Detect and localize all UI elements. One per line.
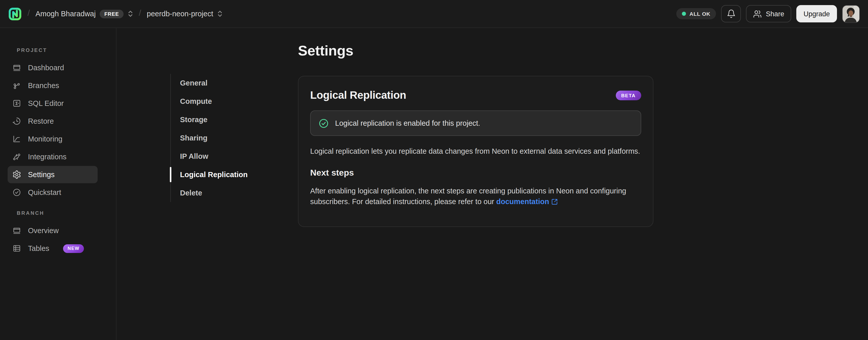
settings-nav-storage[interactable]: Storage xyxy=(171,110,278,129)
success-alert: Logical replication is enabled for this … xyxy=(310,110,641,136)
sidebar-item-label: Tables xyxy=(28,244,49,252)
neon-logo-icon[interactable] xyxy=(8,7,22,21)
sidebar-item-overview[interactable]: Overview xyxy=(8,222,98,239)
sidebar-item-quickstart[interactable]: Quickstart xyxy=(8,184,98,201)
users-icon xyxy=(753,9,762,18)
card-description: Logical replication lets you replicate d… xyxy=(310,146,641,157)
upgrade-button[interactable]: Upgrade xyxy=(796,5,837,22)
status-badge[interactable]: ALL OK xyxy=(676,8,716,19)
page-title: Settings xyxy=(298,43,674,59)
settings-nav-sharing[interactable]: Sharing xyxy=(171,129,278,147)
sidebar-item-label: Settings xyxy=(28,171,55,179)
sidebar-item-settings[interactable]: Settings xyxy=(8,166,98,183)
overview-icon xyxy=(12,226,21,235)
check-circle-icon xyxy=(12,188,21,197)
status-ok-dot xyxy=(682,12,686,16)
logical-replication-card: Logical Replication BETA Logical replica… xyxy=(298,76,653,227)
top-bar: / Amogh Bharadwaj FREE / peerdb-neon-pro… xyxy=(0,0,868,28)
sidebar-item-sql-editor[interactable]: SQL Editor xyxy=(8,95,98,112)
main-content: Settings Logical Replication BETA Logica… xyxy=(298,28,674,227)
project-selector[interactable]: peerdb-neon-project xyxy=(147,10,223,18)
settings-nav-delete[interactable]: Delete xyxy=(171,184,278,202)
new-badge: NEW xyxy=(63,244,84,253)
card-header: Logical Replication BETA xyxy=(310,88,641,102)
sidebar-item-restore[interactable]: Restore xyxy=(8,112,98,130)
next-steps-title: Next steps xyxy=(310,168,641,178)
history-icon xyxy=(12,117,21,126)
beta-badge: BETA xyxy=(616,90,641,100)
sidebar-item-label: Overview xyxy=(28,226,59,235)
org-name: Amogh Bharadwaj xyxy=(35,10,96,18)
sidebar-item-integrations[interactable]: Integrations xyxy=(8,148,98,165)
chart-icon xyxy=(12,134,21,144)
sidebar-item-monitoring[interactable]: Monitoring xyxy=(8,130,98,148)
gear-icon xyxy=(12,170,21,179)
settings-nav-logical-replication[interactable]: Logical Replication xyxy=(171,165,278,184)
breadcrumb: / Amogh Bharadwaj FREE / peerdb-neon-pro… xyxy=(8,7,223,21)
sidebar-item-label: SQL Editor xyxy=(28,99,64,107)
table-icon xyxy=(12,244,21,253)
settings-nav-general[interactable]: General xyxy=(171,74,278,92)
org-selector[interactable]: Amogh Bharadwaj FREE xyxy=(35,9,133,18)
avatar-photo xyxy=(843,5,859,22)
settings-nav: General Compute Storage Sharing IP Allow… xyxy=(170,74,278,202)
sidebar-item-branches[interactable]: Branches xyxy=(8,77,98,94)
sidebar-item-dashboard[interactable]: Dashboard xyxy=(8,59,98,76)
plan-badge: FREE xyxy=(100,9,123,18)
alert-text: Logical replication is enabled for this … xyxy=(335,119,480,127)
card-title: Logical Replication xyxy=(310,89,406,101)
notifications-button[interactable] xyxy=(721,5,741,22)
sidebar-item-tables[interactable]: Tables NEW xyxy=(8,240,98,257)
sidebar-section-branch: BRANCH xyxy=(17,210,116,216)
next-steps-text: After enabling logical replication, the … xyxy=(310,186,641,207)
user-avatar[interactable] xyxy=(842,5,860,23)
sidebar-item-label: Dashboard xyxy=(28,64,64,72)
sidebar-item-label: Branches xyxy=(28,81,59,90)
share-button[interactable]: Share xyxy=(746,5,791,22)
breadcrumb-separator: / xyxy=(139,8,141,18)
sidebar-item-label: Restore xyxy=(28,117,54,125)
git-branch-icon xyxy=(12,81,21,90)
documentation-link[interactable]: documentation xyxy=(496,197,549,206)
settings-nav-ip-allow[interactable]: IP Allow xyxy=(171,147,278,165)
share-label: Share xyxy=(766,10,784,18)
chevron-up-down-icon xyxy=(128,10,133,18)
dashboard-icon xyxy=(12,63,21,72)
integrations-icon xyxy=(12,152,21,161)
topbar-actions: ALL OK Share Upgrade xyxy=(676,5,860,23)
check-circle-icon xyxy=(318,118,329,129)
next-steps-body: After enabling logical replication, the … xyxy=(310,187,626,206)
app-window: / Amogh Bharadwaj FREE / peerdb-neon-pro… xyxy=(0,0,868,340)
external-link-icon xyxy=(551,199,558,205)
sidebar-item-label: Monitoring xyxy=(28,135,62,143)
chevron-up-down-icon xyxy=(217,10,223,18)
breadcrumb-separator: / xyxy=(27,8,30,18)
sidebar-item-label: Quickstart xyxy=(28,188,61,196)
sidebar-section-project: PROJECT xyxy=(17,28,116,53)
sidebar: PROJECT Dashboard Branches SQL Editor xyxy=(0,28,117,340)
status-label: ALL OK xyxy=(689,11,711,17)
project-name: peerdb-neon-project xyxy=(147,10,213,18)
sql-editor-icon xyxy=(12,99,21,108)
settings-nav-compute[interactable]: Compute xyxy=(171,92,278,110)
bell-icon xyxy=(726,9,736,18)
sidebar-item-label: Integrations xyxy=(28,153,67,161)
